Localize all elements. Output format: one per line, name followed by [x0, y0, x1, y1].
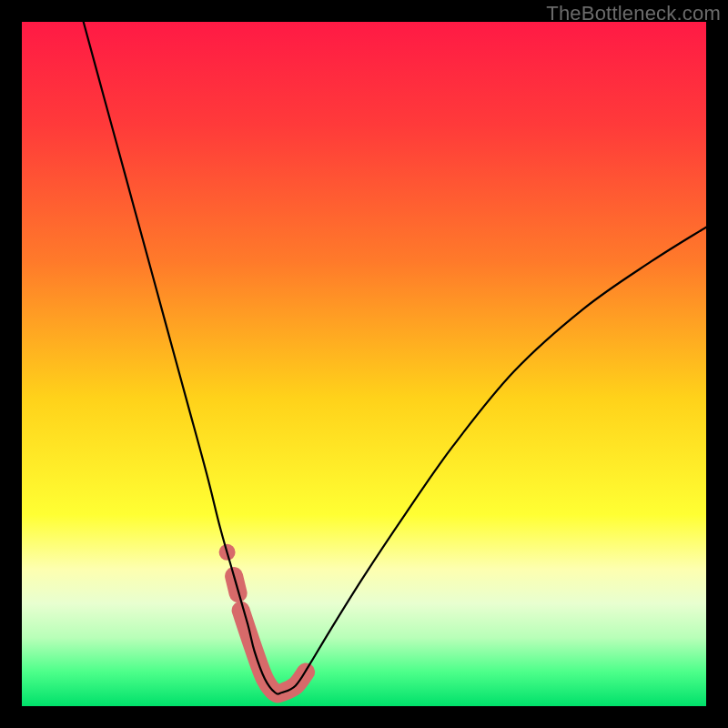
watermark-text: TheBottleneck.com [546, 2, 721, 25]
bottleneck-chart [22, 22, 706, 706]
gradient-fill [22, 22, 706, 706]
